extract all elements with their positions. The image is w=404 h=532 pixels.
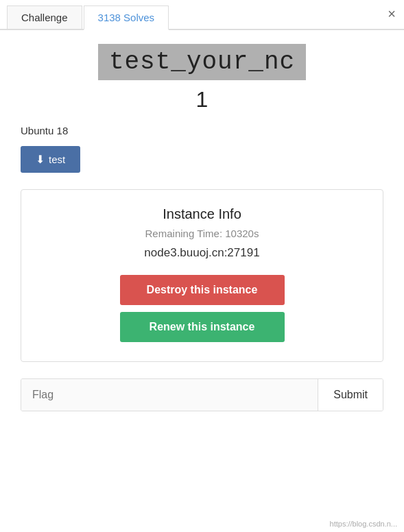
tab-challenge[interactable]: Challenge	[7, 5, 82, 29]
tab-solves[interactable]: 3138 Solves	[84, 5, 169, 30]
download-button-label: test	[49, 154, 65, 165]
os-label: Ubuntu 18	[21, 125, 383, 136]
tab-solves-label: 3138 Solves	[98, 12, 155, 23]
renew-button[interactable]: Renew this instance	[120, 312, 285, 342]
tabs-bar: Challenge 3138 Solves ×	[0, 0, 404, 30]
destroy-button[interactable]: Destroy this instance	[120, 275, 285, 305]
node-address: node3.buuoj.cn:27191	[35, 246, 369, 260]
watermark: https://blog.csdn.n...	[330, 520, 397, 528]
tab-challenge-label: Challenge	[21, 12, 68, 23]
flag-input[interactable]	[21, 379, 318, 411]
instance-title: Instance Info	[35, 206, 369, 222]
download-icon: ⬇	[36, 153, 45, 166]
main-content: test_your_nc 1 Ubuntu 18 ⬇ test Instance…	[0, 30, 404, 425]
challenge-title-wrapper: test_your_nc	[21, 44, 383, 80]
remaining-time: Remaining Time: 10320s	[35, 228, 369, 239]
close-button[interactable]: ×	[388, 7, 396, 21]
challenge-title: test_your_nc	[98, 44, 306, 80]
flag-section: Submit	[21, 378, 383, 411]
challenge-subtitle: 1	[21, 87, 383, 112]
instance-card: Instance Info Remaining Time: 10320s nod…	[21, 189, 383, 362]
download-button[interactable]: ⬇ test	[21, 146, 80, 173]
submit-button[interactable]: Submit	[318, 379, 383, 411]
